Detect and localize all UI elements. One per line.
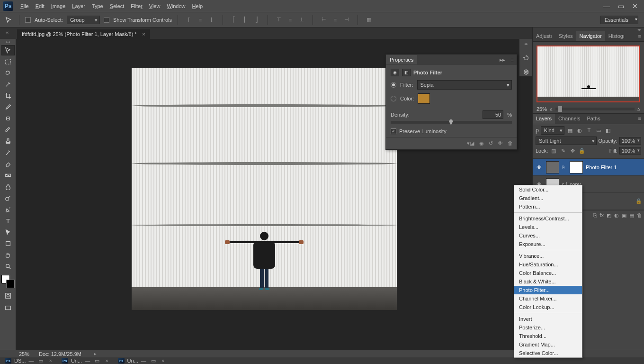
link-layers-icon[interactable]: ⎘ — [593, 212, 597, 218]
status-zoom[interactable]: 25% — [19, 351, 29, 357]
marquee-tool[interactable] — [1, 56, 15, 67]
context-menu-item[interactable]: Pattern... — [514, 202, 582, 211]
layer-mask-thumb[interactable] — [570, 161, 583, 173]
history-panel-icon[interactable] — [523, 55, 529, 62]
layer-name[interactable]: Photo Filter 1 — [586, 164, 617, 170]
zoom-in-icon[interactable]: ▵ — [637, 106, 640, 112]
document-tab[interactable]: ffdfdfd.jpg @ 25% (Photo Filter 1, Layer… — [17, 29, 150, 39]
tab-navigator[interactable]: Navigator — [576, 31, 605, 41]
context-menu-item[interactable]: Hue/Saturation... — [514, 260, 582, 269]
color-swatch[interactable] — [418, 93, 430, 104]
adjustment-layer-icon[interactable]: ◐ — [614, 212, 619, 218]
context-menu-item[interactable]: Selective Color... — [514, 349, 582, 357]
history-brush-tool[interactable] — [1, 147, 15, 158]
filter-shape-icon[interactable]: ▭ — [595, 127, 602, 134]
layer-fx-icon[interactable]: fx — [599, 212, 604, 218]
window-minimize-icon[interactable]: — — [600, 2, 613, 10]
context-menu-item[interactable]: Exposure... — [514, 240, 582, 248]
tab-channels[interactable]: Channels — [555, 114, 583, 124]
show-transform-checkbox[interactable] — [104, 17, 109, 23]
menu-image[interactable]: Image — [48, 1, 69, 11]
clip-icon[interactable]: ▾◪ — [467, 140, 474, 146]
filter-pixel-icon[interactable]: ▦ — [566, 127, 574, 134]
dist-bottom-icon[interactable]: ⊥ — [296, 15, 307, 25]
menu-type[interactable]: Type — [89, 1, 107, 11]
wand-tool[interactable] — [1, 79, 15, 90]
density-value[interactable]: 50 — [483, 110, 503, 119]
max-icon[interactable]: ▭ — [151, 358, 156, 364]
close-tab-icon[interactable]: × — [142, 31, 145, 37]
context-menu-item[interactable]: Threshold... — [514, 332, 582, 340]
blend-mode-combo[interactable]: Soft Light — [536, 136, 597, 145]
menu-window[interactable]: Window — [163, 1, 188, 11]
panel-menu-icon[interactable]: ≡ — [635, 31, 644, 41]
toolbox-collapse-icon[interactable]: « — [4, 29, 10, 35]
move-tool[interactable] — [1, 45, 15, 55]
layers-panel-menu-icon[interactable]: ≡ — [635, 114, 644, 124]
layer-mask-icon[interactable]: ◩ — [607, 212, 611, 218]
3d-panel-icon[interactable] — [523, 69, 529, 76]
navigator-thumbnail[interactable] — [533, 42, 644, 104]
min-icon[interactable]: — — [28, 358, 34, 364]
min-icon[interactable]: — — [141, 358, 146, 364]
filter-combo[interactable]: Sepia — [417, 80, 512, 90]
menu-edit[interactable]: Edit — [32, 1, 48, 11]
menu-help[interactable]: Help — [189, 1, 206, 11]
align-right-icon[interactable]: ⎦ — [251, 15, 262, 25]
dock-handle[interactable]: ◂▸ — [524, 42, 528, 46]
context-menu-item[interactable]: Posterize... — [514, 323, 582, 332]
max-icon[interactable]: ▭ — [38, 358, 43, 364]
eraser-tool[interactable] — [1, 159, 15, 169]
context-menu-item[interactable]: Solid Color... — [514, 185, 582, 194]
menu-select[interactable]: Select — [107, 1, 128, 11]
taskbar-item[interactable]: PsUn...—▭× — [115, 358, 168, 364]
color-swatch[interactable] — [1, 275, 15, 288]
dist-hmid-icon[interactable]: ≡ — [330, 15, 340, 25]
layer-item[interactable]: 👁 ⎘ Photo Filter 1 — [533, 159, 644, 176]
menu-file[interactable]: File — [17, 1, 32, 11]
screenmode-icon[interactable] — [1, 303, 15, 313]
delete-layer-icon[interactable]: 🗑 — [637, 212, 642, 218]
path-select-tool[interactable] — [1, 227, 15, 237]
context-menu-item[interactable]: Channel Mixer... — [514, 294, 582, 303]
eyedropper-tool[interactable] — [1, 102, 15, 112]
lock-trans-icon[interactable]: ▨ — [550, 147, 557, 154]
delete-adjustment-icon[interactable]: 🗑 — [508, 140, 513, 146]
quickmask-icon[interactable] — [1, 291, 15, 300]
window-restore-icon[interactable]: ▭ — [615, 2, 627, 10]
taskbar-item[interactable]: PsDS...—▭× — [2, 358, 55, 364]
context-menu-item[interactable]: Vibrance... — [514, 252, 582, 260]
dist-top-icon[interactable]: ⊤ — [274, 15, 284, 25]
context-menu-item[interactable]: Photo Filter... — [514, 286, 582, 294]
panel-collapse-icon[interactable]: ◂▸ — [533, 27, 644, 31]
heal-tool[interactable] — [1, 113, 15, 124]
menu-view[interactable]: View — [146, 1, 164, 11]
density-slider[interactable] — [391, 121, 512, 124]
panel-menu-icon[interactable]: ≡ — [508, 55, 517, 64]
align-bottom-icon[interactable]: ⌊ — [206, 15, 217, 25]
group-icon[interactable]: ▣ — [622, 212, 626, 218]
context-menu-item[interactable]: Color Lookup... — [514, 303, 582, 311]
pen-tool[interactable] — [1, 204, 15, 215]
reset-icon[interactable]: ↺ — [489, 140, 493, 146]
document-canvas[interactable] — [132, 68, 397, 310]
max-icon[interactable]: ▭ — [95, 358, 99, 364]
stamp-tool[interactable] — [1, 136, 15, 146]
panel-collapse-icon[interactable]: ▸▸ — [497, 55, 508, 65]
color-radio[interactable] — [391, 96, 396, 101]
context-menu-item[interactable]: Invert — [514, 315, 582, 323]
navigator-zoom-value[interactable]: 25% — [537, 106, 547, 112]
dodge-tool[interactable] — [1, 193, 15, 203]
workspace-switcher[interactable]: Essentials — [600, 16, 638, 24]
context-menu-item[interactable]: Black & White... — [514, 277, 582, 286]
tab-styles[interactable]: Styles — [555, 31, 576, 41]
fill-value[interactable]: 100% — [619, 147, 641, 155]
filter-smart-icon[interactable]: ◧ — [604, 127, 612, 134]
close-icon[interactable]: × — [161, 358, 164, 364]
status-menu-icon[interactable]: ▸ — [94, 351, 97, 357]
lock-all-icon[interactable]: 🔒 — [578, 147, 586, 154]
filter-type-icon[interactable]: T — [585, 127, 593, 134]
type-tool[interactable] — [1, 216, 15, 226]
context-menu-item[interactable]: Levels... — [514, 223, 582, 231]
tab-histogram[interactable]: Histogı — [605, 31, 628, 41]
